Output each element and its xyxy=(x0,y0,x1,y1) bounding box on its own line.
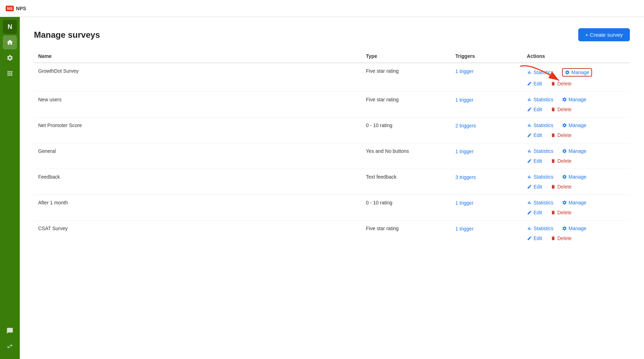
survey-type-3: Yes and No buttons xyxy=(362,143,451,159)
main-content: Manage surveys + Create survey Name Type… xyxy=(20,17,644,359)
edit-icon xyxy=(527,184,532,189)
table-row: After 1 month0 - 10 rating1 triggerStati… xyxy=(34,195,630,221)
manage-button-4[interactable]: Manage xyxy=(562,174,587,180)
chat-icon xyxy=(6,327,13,334)
sidebar-item-apps[interactable] xyxy=(3,66,17,80)
home-icon xyxy=(6,39,13,46)
app-name: NPS xyxy=(16,6,26,11)
trigger-link-4[interactable]: 3 triggers xyxy=(455,174,476,180)
statistics-icon xyxy=(527,149,532,154)
table-row: FeedbackText feedback3 triggersStatistic… xyxy=(34,169,630,195)
trash-icon xyxy=(551,81,556,86)
app-body: N xyxy=(0,17,644,359)
sidebar-item-transfer[interactable] xyxy=(3,339,17,353)
trigger-link-2[interactable]: 2 triggers xyxy=(455,123,476,128)
table-row: Net Promoter Score0 - 10 rating2 trigger… xyxy=(34,118,630,143)
manage-button-6[interactable]: Manage xyxy=(562,226,587,231)
gear-icon xyxy=(562,200,567,205)
manage-button-0[interactable]: Manage xyxy=(562,68,592,77)
survey-name-3: General xyxy=(34,143,362,159)
page-title: Manage surveys xyxy=(34,30,100,40)
delete-button-5[interactable]: Delete xyxy=(551,210,572,215)
page-header: Manage surveys + Create survey xyxy=(34,28,630,41)
edit-icon xyxy=(527,107,532,112)
edit-icon xyxy=(527,158,532,163)
logo: NS NPS xyxy=(6,6,26,11)
edit-icon xyxy=(527,236,532,241)
sidebar-logo-n[interactable]: N xyxy=(3,20,17,34)
statistics-button-4[interactable]: Statistics xyxy=(527,174,554,180)
table-header-row: Name Type Triggers Actions xyxy=(34,50,630,63)
table-row: CSAT SurveyFive star rating1 triggerStat… xyxy=(34,221,630,246)
trash-icon xyxy=(551,184,556,189)
survey-type-0: Five star rating xyxy=(362,63,451,79)
statistics-button-3[interactable]: Statistics xyxy=(527,148,554,154)
gear-icon xyxy=(562,174,567,179)
col-header-actions: Actions xyxy=(523,50,630,63)
sidebar-item-chat[interactable] xyxy=(3,324,17,338)
create-survey-button[interactable]: + Create survey xyxy=(578,28,630,41)
trigger-link-6[interactable]: 1 trigger xyxy=(455,226,473,232)
statistics-button-5[interactable]: Statistics xyxy=(527,200,554,205)
survey-table: Name Type Triggers Actions GrowthDot Sur… xyxy=(34,50,630,246)
manage-button-3[interactable]: Manage xyxy=(562,148,587,154)
statistics-icon xyxy=(527,70,532,75)
sidebar-item-home[interactable] xyxy=(3,35,17,49)
gear-icon xyxy=(562,149,567,154)
statistics-button-1[interactable]: Statistics xyxy=(527,97,554,102)
edit-button-6[interactable]: Edit xyxy=(527,235,542,241)
trash-icon xyxy=(551,133,556,138)
sidebar-item-settings[interactable] xyxy=(3,51,17,65)
survey-name-2: Net Promoter Score xyxy=(34,118,362,133)
statistics-icon xyxy=(527,97,532,102)
trigger-link-1[interactable]: 1 trigger xyxy=(455,97,473,103)
delete-button-0[interactable]: Delete xyxy=(551,81,572,86)
delete-button-6[interactable]: Delete xyxy=(551,235,572,241)
statistics-button-6[interactable]: Statistics xyxy=(527,226,554,231)
gear-icon xyxy=(565,70,570,75)
table-row: GeneralYes and No buttons1 triggerStatis… xyxy=(34,143,630,169)
manage-button-2[interactable]: Manage xyxy=(562,122,587,128)
manage-button-5[interactable]: Manage xyxy=(562,200,587,205)
survey-name-0: GrowthDot Survey xyxy=(34,63,362,79)
statistics-button-0[interactable]: Statistics xyxy=(527,68,554,77)
topbar: NS NPS xyxy=(0,0,644,17)
col-header-name: Name xyxy=(34,50,362,63)
edit-button-5[interactable]: Edit xyxy=(527,210,542,215)
edit-icon xyxy=(527,210,532,215)
delete-button-1[interactable]: Delete xyxy=(551,107,572,112)
statistics-icon xyxy=(527,226,532,231)
survey-type-6: Five star rating xyxy=(362,221,451,236)
trigger-link-0[interactable]: 1 trigger xyxy=(455,68,473,74)
manage-button-1[interactable]: Manage xyxy=(562,97,587,102)
edit-icon xyxy=(527,133,532,138)
statistics-icon xyxy=(527,123,532,128)
edit-button-1[interactable]: Edit xyxy=(527,107,542,112)
edit-button-0[interactable]: Edit xyxy=(527,81,542,86)
trigger-link-3[interactable]: 1 trigger xyxy=(455,149,473,154)
statistics-button-2[interactable]: Statistics xyxy=(527,122,554,128)
sidebar: N xyxy=(0,17,20,359)
trash-icon xyxy=(551,236,556,241)
survey-type-2: 0 - 10 rating xyxy=(362,118,451,133)
trash-icon xyxy=(551,158,556,163)
table-row: New usersFive star rating1 triggerStatis… xyxy=(34,92,630,118)
edit-icon xyxy=(527,81,532,86)
logo-badge: NS xyxy=(6,6,14,11)
gear-icon xyxy=(562,123,567,128)
trigger-link-5[interactable]: 1 trigger xyxy=(455,200,473,206)
delete-button-3[interactable]: Delete xyxy=(551,158,572,164)
trash-icon xyxy=(551,210,556,215)
trash-icon xyxy=(551,107,556,112)
transfer-icon xyxy=(6,343,13,350)
delete-button-2[interactable]: Delete xyxy=(551,132,572,138)
survey-type-4: Text feedback xyxy=(362,169,451,185)
survey-name-4: Feedback xyxy=(34,169,362,185)
delete-button-4[interactable]: Delete xyxy=(551,184,572,190)
survey-name-6: CSAT Survey xyxy=(34,221,362,236)
edit-button-4[interactable]: Edit xyxy=(527,184,542,190)
gear-icon xyxy=(562,97,567,102)
edit-button-3[interactable]: Edit xyxy=(527,158,542,164)
survey-type-5: 0 - 10 rating xyxy=(362,195,451,210)
edit-button-2[interactable]: Edit xyxy=(527,132,542,138)
